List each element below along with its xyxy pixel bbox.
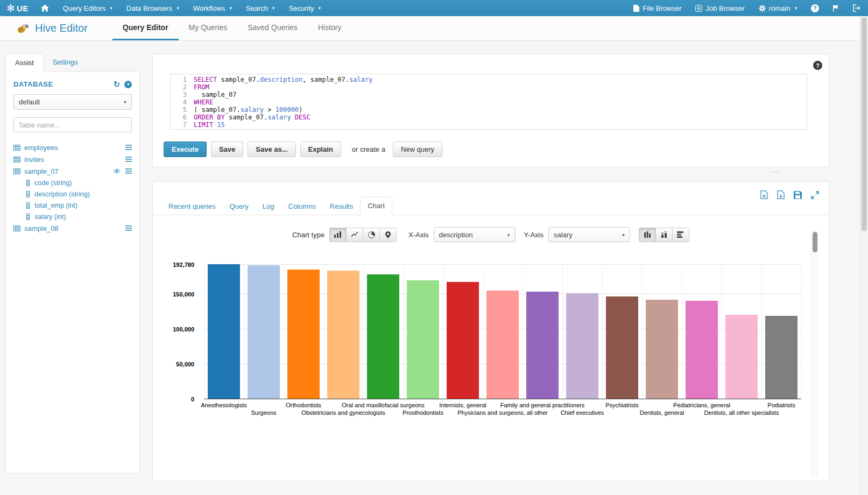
gridline [204,264,801,265]
database-select[interactable]: default ▾ [13,94,132,110]
export-xls-icon[interactable] [760,190,768,199]
tab-columns[interactable]: Columns [281,197,323,215]
tab-saved-queries[interactable]: Saved Queries [237,16,308,40]
column-icon [25,202,31,209]
menu-workflows[interactable]: Workflows▾ [186,0,239,16]
page-scrollbar[interactable] [860,16,868,495]
table-menu-icon[interactable] [125,225,132,231]
column-row[interactable]: code (string) [13,177,132,188]
refresh-icon[interactable]: ↻ [113,80,120,88]
results-scrollbar-thumb[interactable] [813,232,817,252]
chart-bar[interactable] [367,274,399,399]
chart-bar[interactable] [566,293,598,399]
chart-bar[interactable] [725,315,758,399]
editor-help-icon[interactable]: ? [813,61,822,70]
chart-bar[interactable] [208,264,240,399]
table-menu-icon[interactable] [125,168,132,174]
y-axis-select[interactable]: salary ▾ [548,227,630,242]
x-tick-label: Dentists, all other specialists [704,409,779,416]
new-query-button[interactable]: New query [393,142,442,157]
column-row[interactable]: total_emp (int) [13,200,132,211]
user-menu[interactable]: romain ▾ [752,0,804,16]
panel-resize-handle[interactable]: ... [770,165,780,174]
tab-query[interactable]: Query [222,197,255,215]
chart-type-pie-button[interactable] [363,228,380,242]
x-tick-label: Physicians and surgeons, all other [457,409,548,416]
chart-bar[interactable] [686,301,718,399]
gridline [363,265,364,399]
chart-bar[interactable] [248,265,280,399]
execute-button[interactable]: Execute [164,142,207,157]
y-axis: 050,000100,000150,000192,780 [153,265,199,399]
menu-security[interactable]: Security▾ [282,0,328,16]
save-as-button[interactable]: Save as... [248,142,295,157]
grouped-bars-icon [644,231,651,238]
x-tick-label: Family and general practitioners [500,402,585,408]
table-row[interactable]: invites [13,153,132,165]
y-tick-label: 192,780 [173,261,194,268]
logout-button[interactable] [846,0,868,16]
menu-query-editors[interactable]: Query Editors▾ [56,0,119,16]
table-row[interactable]: employees [13,142,132,153]
gridline [244,265,244,399]
chart-bar[interactable] [606,296,638,399]
results-scrollbar[interactable] [811,230,818,477]
menu-search[interactable]: Search▾ [239,0,282,16]
home-icon [41,4,49,12]
feedback-button[interactable] [826,0,846,16]
chart-bar[interactable] [447,282,479,399]
tab-results[interactable]: Results [323,197,360,215]
column-row[interactable]: description (string) [13,188,132,200]
chart-bar[interactable] [526,292,559,399]
chart-bar[interactable] [486,291,519,399]
home-button[interactable] [34,0,56,16]
tab-settings[interactable]: Settings [44,53,87,72]
chart-bar[interactable] [646,300,678,399]
grouped-bars-button[interactable] [639,228,656,242]
explain-button[interactable]: Explain [300,142,341,157]
job-browser-button[interactable]: Job Browser [688,0,751,16]
tab-my-queries[interactable]: My Queries [179,16,238,40]
help-button[interactable]: ? [804,0,826,16]
fullscreen-icon[interactable] [811,190,819,199]
y-tick-label: 100,000 [173,326,194,333]
stacked-bars-button[interactable] [655,228,673,242]
table-name: sample_08 [24,224,59,232]
table-menu-icon[interactable] [125,145,132,150]
chart-bar[interactable] [765,316,798,399]
sql-line: 5( sample_07.salary > 100000) [174,106,803,114]
chart-bar[interactable] [407,280,439,399]
horizontal-bars-button[interactable] [672,228,689,242]
chevron-down-icon: ▾ [507,232,510,238]
sql-editor[interactable]: 1SELECT sample_07.description, sample_07… [170,74,807,130]
hue-logo[interactable]: UE [0,0,34,16]
chart-type-bars-button[interactable] [329,228,347,242]
table-row[interactable]: sample_07 [13,165,132,177]
tab-log[interactable]: Log [256,197,281,215]
tab-query-editor[interactable]: Query Editor [112,16,179,40]
save-button[interactable]: Save [211,142,243,157]
eye-icon[interactable] [113,168,121,174]
table-row[interactable]: sample_08 [13,222,132,234]
menu-data-browsers[interactable]: Data Browsers▾ [119,0,186,16]
file-browser-button[interactable]: File Browser [626,0,688,16]
tab-chart[interactable]: Chart [360,196,392,215]
table-filter-input[interactable] [13,117,132,132]
tab-recent-queries[interactable]: Recent queries [161,197,222,215]
assist-help-icon[interactable]: ? [124,81,132,88]
app-title[interactable]: Hive Editor [16,16,88,40]
chart-bar[interactable] [327,271,359,399]
tab-assist[interactable]: Assist [5,53,44,72]
chart-type-map-button[interactable] [379,228,397,242]
table-menu-icon[interactable] [125,157,132,162]
x-axis-select[interactable]: description ▾ [434,227,516,242]
or-create-a-label: or create a [352,145,385,153]
chart-type-line-button[interactable] [346,228,363,242]
tab-history[interactable]: History [308,16,352,40]
x-tick-label: Anesthesiologists [201,402,247,408]
chart-bar[interactable] [287,270,320,399]
column-row[interactable]: salary (int) [13,211,132,222]
save-results-icon[interactable] [794,190,802,199]
page-scrollbar-thumb[interactable] [862,17,867,231]
export-csv-icon[interactable] [777,190,785,199]
